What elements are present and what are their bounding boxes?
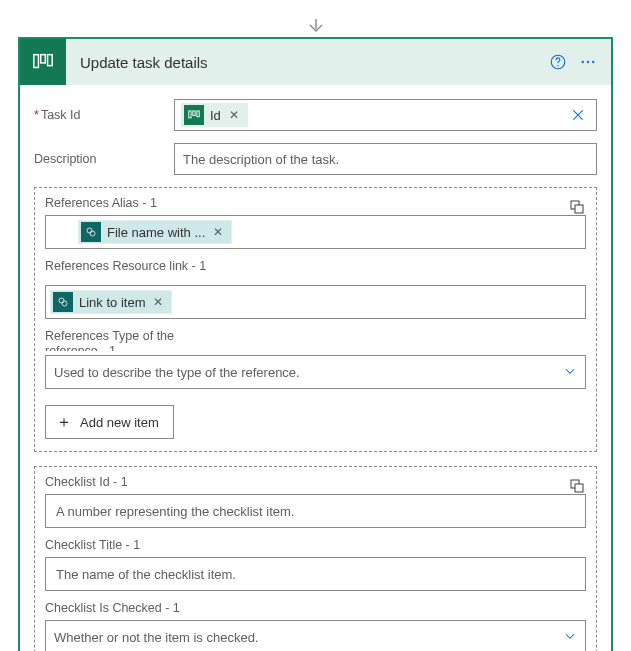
references-alias-input[interactable]: File name with ... ✕: [45, 215, 586, 249]
plus-icon: ＋: [56, 414, 72, 430]
remove-token-filename[interactable]: ✕: [211, 225, 225, 239]
svg-point-6: [587, 61, 589, 63]
svg-point-15: [59, 298, 64, 303]
planner-token-icon: [184, 105, 204, 125]
token-filename[interactable]: File name with ... ✕: [78, 220, 232, 244]
more-button[interactable]: [573, 47, 603, 77]
svg-point-5: [582, 61, 584, 63]
svg-rect-8: [189, 111, 191, 118]
checklist-ischecked-select[interactable]: Whether or not the item is checked.: [45, 620, 586, 651]
switch-array-icon[interactable]: [566, 196, 588, 218]
description-row: Description: [34, 143, 597, 175]
checklist-ischecked-label: Checklist Is Checked - 1: [45, 601, 225, 616]
description-input-wrap: [174, 143, 597, 175]
task-id-row: *Task Id Id ✕: [34, 99, 597, 131]
task-id-label-text: Task Id: [41, 108, 81, 122]
sharepoint-token-icon-2: [53, 292, 73, 312]
token-id[interactable]: Id ✕: [181, 103, 248, 127]
references-resource-input[interactable]: Link to item ✕: [45, 285, 586, 319]
svg-rect-10: [197, 111, 199, 117]
svg-point-7: [592, 61, 594, 63]
required-asterisk: *: [34, 108, 39, 122]
card-body: *Task Id Id ✕ Des: [20, 85, 611, 651]
svg-rect-18: [575, 484, 583, 492]
svg-point-13: [87, 228, 92, 233]
planner-icon: [20, 39, 66, 85]
checklist-id-field: Checklist Id - 1: [45, 475, 586, 528]
sharepoint-token-icon: [81, 222, 101, 242]
add-reference-item-label: Add new item: [80, 415, 159, 430]
checklist-title-field: Checklist Title - 1: [45, 538, 586, 591]
description-label: Description: [34, 152, 174, 166]
token-link-label: Link to item: [79, 295, 145, 310]
svg-point-14: [90, 231, 95, 236]
checklist-id-label: Checklist Id - 1: [45, 475, 225, 490]
checklist-group: Checklist Id - 1 Checklist Title - 1 Che…: [34, 466, 597, 651]
references-resource-field: References Resource link - 1 Link to ite…: [45, 259, 586, 319]
card-title: Update task details: [66, 54, 543, 71]
checklist-ischecked-field: Checklist Is Checked - 1 Whether or not …: [45, 601, 586, 651]
remove-token-id[interactable]: ✕: [227, 108, 241, 122]
switch-array-icon-2[interactable]: [566, 475, 588, 497]
svg-rect-2: [48, 55, 53, 66]
references-type-field: References Type of the reference - 1 Use…: [45, 329, 586, 389]
token-id-label: Id: [210, 108, 221, 123]
references-group: References Alias - 1 File name with ... …: [34, 187, 597, 452]
checklist-ischecked-placeholder: Whether or not the item is checked.: [54, 630, 258, 645]
remove-token-link[interactable]: ✕: [151, 295, 165, 309]
references-resource-label: References Resource link - 1: [45, 259, 225, 281]
token-link[interactable]: Link to item ✕: [50, 290, 172, 314]
chevron-down-icon-2: [563, 629, 577, 646]
svg-rect-12: [575, 205, 583, 213]
add-reference-item-button[interactable]: ＋ Add new item: [45, 405, 174, 439]
svg-point-16: [62, 301, 67, 306]
references-alias-label: References Alias - 1: [45, 196, 225, 211]
checklist-title-input-wrap: [45, 557, 586, 591]
token-filename-label: File name with ...: [107, 225, 205, 240]
clear-task-id[interactable]: [564, 101, 592, 129]
chevron-down-icon: [563, 364, 577, 381]
svg-rect-9: [193, 111, 195, 116]
references-alias-field: References Alias - 1 File name with ... …: [45, 196, 586, 249]
checklist-id-input-wrap: [45, 494, 586, 528]
references-type-label: References Type of the reference - 1: [45, 329, 225, 351]
checklist-title-input[interactable]: [54, 566, 577, 583]
references-type-placeholder: Used to describe the type of the referen…: [54, 365, 300, 380]
help-button[interactable]: [543, 47, 573, 77]
svg-rect-0: [34, 55, 39, 68]
description-input[interactable]: [181, 152, 590, 167]
checklist-title-label: Checklist Title - 1: [45, 538, 225, 553]
flow-arrow-in: [18, 18, 613, 39]
task-id-label: *Task Id: [34, 108, 174, 122]
card-header: Update task details: [20, 39, 611, 85]
action-card: Update task details *Task Id Id ✕: [18, 37, 613, 651]
checklist-id-input[interactable]: [54, 503, 577, 520]
svg-rect-1: [41, 55, 46, 63]
references-type-select[interactable]: Used to describe the type of the referen…: [45, 355, 586, 389]
svg-point-4: [557, 65, 558, 66]
task-id-input[interactable]: Id ✕: [174, 99, 597, 131]
